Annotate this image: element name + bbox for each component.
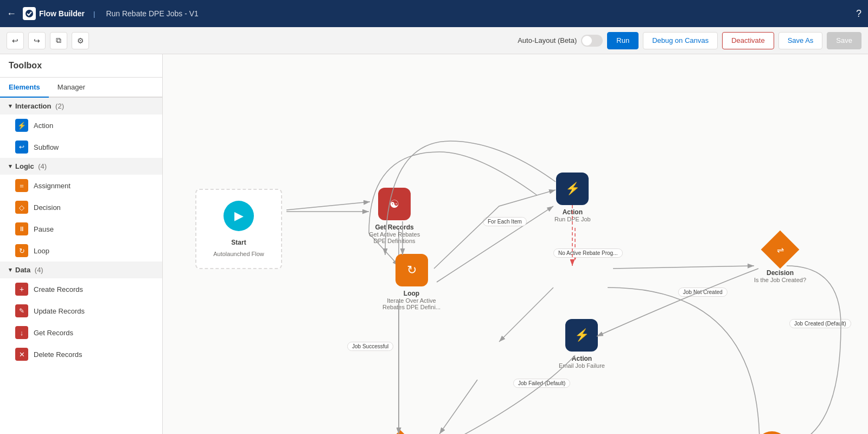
job-created-label: Job Created (Default) <box>789 319 851 328</box>
decision-job-created-shape[interactable]: ⇌ <box>764 233 796 266</box>
create-records-icon: + <box>15 283 28 296</box>
auto-layout-toggle[interactable] <box>581 35 603 47</box>
assignment-icon: = <box>15 179 28 192</box>
start-box[interactable]: ▶ Start Autolaunched Flow <box>195 189 282 269</box>
job-successful-label: Job Successful <box>347 342 393 351</box>
action-icon: ⚡ <box>15 119 28 132</box>
toolbox-item-assignment[interactable]: = Assignment <box>0 175 162 196</box>
redo-button[interactable]: ↪ <box>28 32 46 49</box>
toolbar: ↩ ↪ ⧉ ⚙ Auto-Layout (Beta) Run Debug on … <box>0 27 868 54</box>
section-data[interactable]: ▾ Data (4) <box>0 261 162 278</box>
get-records-label: Get Records <box>375 224 413 231</box>
action-run-dpe-sublabel: Run DPE Job <box>554 216 591 222</box>
start-sublabel: Autolaunched Flow <box>213 251 264 257</box>
get-records-node[interactable]: ☯ Get Records Get Active Rebates DPE Def… <box>369 188 420 244</box>
undo-button[interactable]: ↩ <box>7 32 24 49</box>
toolbox-item-get-records[interactable]: ↓ Get Records <box>0 322 162 343</box>
for-each-label: For Each Item <box>483 217 527 226</box>
action-run-dpe-shape[interactable]: ⚡ <box>556 173 589 205</box>
pause-label: Pause <box>34 225 54 233</box>
chevron-logic: ▾ <box>9 163 12 170</box>
job-not-created-label: Job Not Created <box>678 288 727 297</box>
pause-icon: ⏸ <box>15 222 28 235</box>
save-as-button[interactable]: Save As <box>778 32 823 49</box>
get-records-sublabel1: Get Active Rebates <box>369 231 420 238</box>
interaction-count: (2) <box>53 102 64 110</box>
pause-shape[interactable]: ZZ <box>756 431 788 434</box>
deactivate-button[interactable]: Deactivate <box>722 32 774 49</box>
loop-label: Loop <box>404 290 419 297</box>
save-button[interactable]: Save <box>827 32 861 49</box>
run-button[interactable]: Run <box>607 32 639 49</box>
start-node[interactable]: ▶ Start Autolaunched Flow <box>195 189 282 269</box>
auto-layout-control: Auto-Layout (Beta) <box>518 35 603 47</box>
data-count: (4) <box>33 266 43 274</box>
toolbox-title: Toolbox <box>0 54 162 78</box>
pause-node[interactable]: ZZ Pause Wait Till Batch Job Is Complete <box>744 431 800 434</box>
tab-manager[interactable]: Manager <box>49 78 94 98</box>
chevron-interaction: ▾ <box>9 103 12 110</box>
loop-icon: ↻ <box>15 244 28 257</box>
auto-layout-label: Auto-Layout (Beta) <box>518 36 577 44</box>
start-circle-icon: ▶ <box>224 201 254 231</box>
decision-job-created-label: Decision <box>767 269 794 277</box>
copy-button[interactable]: ⧉ <box>50 32 67 49</box>
delete-records-icon: ✕ <box>15 348 28 361</box>
toolbox-item-loop[interactable]: ↻ Loop <box>0 240 162 261</box>
start-label: Start <box>231 239 246 246</box>
loop-sublabel1: Iterate Over Active <box>387 297 436 304</box>
tab-elements[interactable]: Elements <box>0 78 49 98</box>
flow-title: Run Rebate DPE Jobs - V1 <box>106 9 198 18</box>
loop-shape[interactable]: ↻ <box>395 254 428 286</box>
chevron-data: ▾ <box>9 266 12 273</box>
section-data-label: Data <box>15 266 30 274</box>
get-records-shape[interactable]: ☯ <box>378 188 411 220</box>
subflow-label: Subflow <box>34 143 59 151</box>
loop-sublabel2: Rebates DPE Defini... <box>382 304 441 310</box>
decision-job-created-sublabel: Is the Job Created? <box>754 277 806 283</box>
app-name: Flow Builder <box>39 9 85 18</box>
debug-button[interactable]: Debug on Canvas <box>643 32 718 49</box>
update-records-label: Update Records <box>34 307 85 315</box>
toolbox-item-create-records[interactable]: + Create Records <box>0 278 162 300</box>
action-run-dpe-node[interactable]: ⚡ Action Run DPE Job <box>554 173 591 222</box>
toolbox-item-action[interactable]: ⚡ Action <box>0 114 162 136</box>
back-button[interactable]: ← <box>7 8 16 20</box>
toggle-knob <box>582 36 592 46</box>
action-label: Action <box>34 122 53 130</box>
delete-records-label: Delete Records <box>34 350 82 359</box>
svg-point-0 <box>25 10 33 17</box>
job-failed-label: Job Failed (Default) <box>513 379 570 388</box>
get-records-label: Get Records <box>34 329 73 337</box>
help-button[interactable]: ? <box>856 8 861 20</box>
logic-count: (4) <box>36 162 47 170</box>
toolbox-item-decision[interactable]: ◇ Decision <box>0 196 162 218</box>
action-email-failure-node[interactable]: ⚡ Action Email Job Failure <box>559 319 605 369</box>
decision-job-created-node[interactable]: ⇌ Decision Is the Job Created? <box>754 233 806 283</box>
action-email-failure-sublabel: Email Job Failure <box>559 362 605 369</box>
action-email-failure-label: Action <box>572 355 592 362</box>
logo-icon <box>23 7 36 20</box>
main-layout: Toolbox Elements Manager ▾ Interaction (… <box>0 54 868 434</box>
toolbox-item-delete-records[interactable]: ✕ Delete Records <box>0 343 162 365</box>
no-active-label: No Active Rebate Prog... <box>553 248 623 258</box>
settings-button[interactable]: ⚙ <box>72 32 89 49</box>
section-logic[interactable]: ▾ Logic (4) <box>0 158 162 175</box>
toolbox-sidebar: Toolbox Elements Manager ▾ Interaction (… <box>0 54 163 434</box>
action-email-failure-shape[interactable]: ⚡ <box>565 319 598 352</box>
toolbox-item-pause[interactable]: ⏸ Pause <box>0 218 162 240</box>
section-interaction[interactable]: ▾ Interaction (2) <box>0 98 162 114</box>
create-records-label: Create Records <box>34 285 83 293</box>
get-records-icon: ↓ <box>15 326 28 339</box>
toolbox-item-subflow[interactable]: ↩ Subflow <box>0 136 162 158</box>
sidebar-tabs: Elements Manager <box>0 78 162 98</box>
toolbox-item-update-records[interactable]: ✎ Update Records <box>0 300 162 322</box>
flow-canvas[interactable]: ▶ Start Autolaunched Flow ☯ Get Records … <box>163 54 868 434</box>
decision-icon: ◇ <box>15 201 28 214</box>
action-run-dpe-label: Action <box>563 208 583 216</box>
loop-label: Loop <box>34 247 49 255</box>
loop-node[interactable]: ↻ Loop Iterate Over Active Rebates DPE D… <box>382 254 441 310</box>
update-records-icon: ✎ <box>15 304 28 317</box>
header: ← Flow Builder | Run Rebate DPE Jobs - V… <box>0 0 868 27</box>
section-logic-label: Logic <box>15 162 34 170</box>
